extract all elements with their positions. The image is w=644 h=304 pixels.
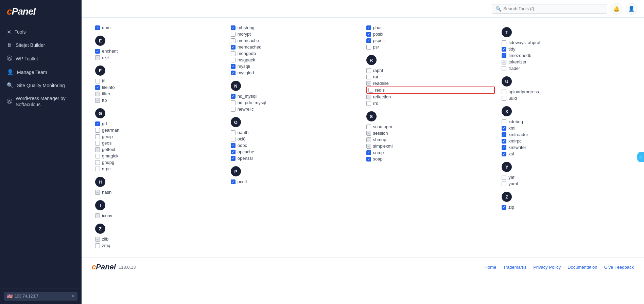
ext-item[interactable]: ✓xsl [502, 151, 630, 157]
extension-checkbox[interactable]: ✓ [231, 64, 236, 69]
ext-item[interactable]: ✓gd [95, 120, 224, 127]
extension-checkbox[interactable] [502, 40, 506, 45]
ext-item[interactable]: –tokenizer [502, 59, 630, 65]
extension-checkbox[interactable] [502, 175, 506, 180]
extension-checkbox[interactable]: – [95, 147, 100, 152]
ext-item[interactable]: newrelic [231, 106, 360, 112]
extension-checkbox[interactable]: ✓ [231, 94, 236, 99]
extension-checkbox[interactable] [366, 68, 371, 73]
extension-checkbox[interactable]: ✓ [502, 47, 506, 52]
ext-item[interactable]: –simplexml [366, 143, 495, 149]
ext-item[interactable]: –iconv [95, 212, 224, 219]
extension-checkbox[interactable] [231, 100, 236, 105]
ext-item[interactable]: mcrypt [231, 31, 360, 37]
extension-checkbox[interactable]: ✓ [502, 139, 506, 144]
ext-item[interactable]: ✓mysqlnd [231, 70, 360, 76]
ext-item[interactable]: ✓mysqli [231, 63, 360, 70]
scrollbar-droplet[interactable]: 💧 [637, 152, 644, 162]
ext-item[interactable]: –filter [95, 91, 224, 97]
extension-checkbox[interactable] [231, 51, 236, 56]
extension-checkbox[interactable]: – [95, 237, 100, 242]
ext-item[interactable]: redis [366, 87, 495, 94]
sidebar-item-wordpress-manager[interactable]: Ⓦ WordPress Manager by Softaculous [0, 92, 82, 111]
extension-checkbox[interactable]: ✓ [231, 45, 236, 50]
extension-checkbox[interactable]: ✓ [502, 205, 506, 210]
ext-item[interactable]: –session [366, 130, 495, 136]
sidebar-item-manage-team[interactable]: 👤 Manage Team [0, 65, 82, 79]
extension-checkbox[interactable] [502, 119, 506, 124]
extension-checkbox[interactable] [366, 45, 371, 50]
extension-checkbox[interactable]: ✓ [366, 38, 371, 43]
extension-checkbox[interactable]: – [95, 98, 100, 103]
extension-checkbox[interactable] [95, 134, 100, 139]
extension-checkbox[interactable] [231, 32, 236, 37]
extension-checkbox[interactable] [95, 243, 100, 248]
extension-checkbox[interactable] [368, 88, 373, 93]
ext-item[interactable]: –reflection [366, 94, 495, 100]
extension-checkbox[interactable]: – [366, 144, 371, 149]
ext-item[interactable]: tideways_xhprof [502, 39, 630, 46]
footer-link[interactable]: Home [485, 265, 497, 270]
extension-checkbox[interactable]: – [366, 81, 371, 86]
ext-item[interactable]: –ftp [95, 97, 224, 103]
extension-checkbox[interactable]: ✓ [502, 145, 506, 150]
extension-checkbox[interactable]: ✓ [502, 132, 506, 137]
extension-checkbox[interactable] [231, 130, 236, 135]
ext-item[interactable]: zmq [95, 242, 224, 249]
ext-item[interactable]: ✓mbstring [231, 24, 360, 31]
extension-checkbox[interactable]: ✓ [502, 53, 506, 58]
sidebar-item-tools[interactable]: ✕ Tools [0, 25, 82, 39]
extension-checkbox[interactable] [95, 141, 100, 146]
ext-item[interactable]: oci8 [231, 136, 360, 142]
ext-item[interactable]: memcache [231, 37, 360, 44]
extension-checkbox[interactable]: ✓ [95, 49, 100, 54]
ext-item[interactable]: trader [502, 65, 630, 72]
extension-checkbox[interactable] [231, 38, 236, 43]
extension-checkbox[interactable] [502, 66, 506, 71]
extension-checkbox[interactable] [366, 125, 371, 129]
extension-checkbox[interactable]: ✓ [231, 71, 236, 75]
extension-checkbox[interactable]: – [95, 190, 100, 195]
ext-item[interactable]: ✓opcache [231, 149, 360, 155]
extension-checkbox[interactable] [502, 182, 506, 186]
ext-item[interactable]: ✓xml [502, 125, 630, 131]
extension-checkbox[interactable] [502, 90, 506, 94]
ext-item[interactable]: ✓timezonedb [502, 52, 630, 59]
extension-checkbox[interactable] [231, 58, 236, 62]
extension-checkbox[interactable]: ✓ [95, 85, 100, 90]
extension-checkbox[interactable]: – [95, 92, 100, 96]
ext-item[interactable]: ✓dom [95, 24, 224, 31]
extension-checkbox[interactable]: ✓ [366, 150, 371, 155]
sidebar-item-sitejet[interactable]: 🖥 Sitejet Builder [0, 39, 82, 52]
ext-item[interactable]: msgpack [231, 57, 360, 63]
ext-item[interactable]: raphf [366, 67, 495, 74]
footer-link[interactable]: Privacy Policy [533, 265, 561, 270]
extension-checkbox[interactable]: ✓ [502, 126, 506, 131]
search-bar[interactable]: 🔍 [492, 4, 607, 14]
ext-item[interactable]: ✓memcached [231, 44, 360, 50]
extension-checkbox[interactable]: – [366, 137, 371, 142]
ext-item[interactable]: uuid [502, 95, 630, 101]
extension-checkbox[interactable] [95, 79, 100, 83]
ext-item[interactable]: ✓posix [366, 31, 495, 37]
ext-item[interactable]: yaml [502, 180, 630, 187]
extension-checkbox[interactable]: ✓ [366, 25, 371, 30]
extension-checkbox[interactable] [95, 128, 100, 133]
extension-checkbox[interactable]: ✓ [231, 156, 236, 161]
ext-item[interactable]: geoip [95, 133, 224, 140]
ext-item[interactable]: scoutapm [366, 124, 495, 130]
extension-checkbox[interactable] [95, 167, 100, 171]
extension-checkbox[interactable]: ✓ [366, 32, 371, 37]
ext-item[interactable]: ✓phar [366, 24, 495, 31]
ip-close-button[interactable]: ✕ [71, 294, 75, 299]
ext-item[interactable]: ✓xmlreader [502, 131, 630, 138]
extension-checkbox[interactable]: – [95, 55, 100, 60]
notifications-button[interactable]: 🔔 [611, 3, 622, 15]
ext-item[interactable]: –exif [95, 54, 224, 61]
ext-item[interactable]: oauth [231, 129, 360, 136]
ext-item[interactable]: –gettext [95, 146, 224, 153]
ext-item[interactable]: –zlib [95, 236, 224, 242]
ext-item[interactable]: –hash [95, 189, 224, 195]
user-button[interactable]: 👤 [626, 3, 637, 15]
ext-item[interactable]: ✓odbc [231, 142, 360, 149]
